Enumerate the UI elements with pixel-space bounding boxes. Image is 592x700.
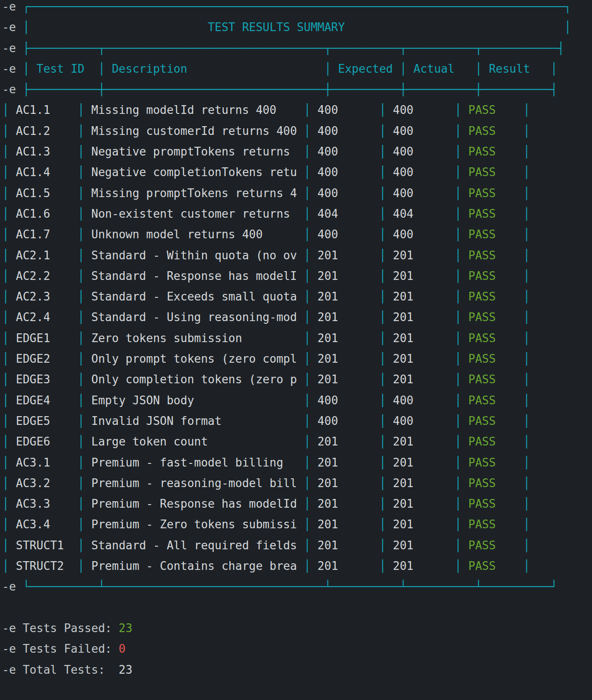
column-separator: │ bbox=[448, 103, 469, 117]
column-separator: │ bbox=[297, 539, 317, 552]
column-separator: │ bbox=[71, 373, 92, 386]
cell-test-id: AC3.1 bbox=[16, 456, 70, 469]
cell-expected: 201 bbox=[317, 373, 372, 386]
cell-expected: 201 bbox=[317, 290, 372, 303]
table-row: │ AC1.2 │ Missing customerId returns 400… bbox=[2, 121, 592, 141]
cell-test-id: AC3.3 bbox=[16, 497, 70, 510]
cell-result: PASS bbox=[469, 187, 523, 200]
column-separator: │ bbox=[448, 187, 469, 200]
table-row: │ AC2.1 │ Standard - Within quota (no ov… bbox=[2, 245, 592, 266]
column-separator: │ bbox=[523, 497, 530, 510]
column-separator: │ bbox=[297, 394, 317, 407]
column-separator: │ bbox=[448, 228, 469, 241]
cell-actual: 201 bbox=[393, 456, 448, 469]
cell-actual: 201 bbox=[393, 332, 448, 345]
cell-actual: 404 bbox=[393, 207, 448, 220]
cell-test-id: EDGE4 bbox=[16, 394, 70, 407]
echo-flag-artifact: -e bbox=[2, 21, 23, 34]
cell-test-id: AC1.7 bbox=[16, 228, 70, 241]
column-separator: │ bbox=[448, 497, 469, 510]
cell-result: PASS bbox=[469, 497, 523, 510]
column-separator: │ bbox=[372, 269, 393, 283]
column-separator: │ bbox=[372, 228, 393, 241]
summary-tests-passed: -e Tests Passed: 23 bbox=[2, 618, 592, 639]
column-separator: │ bbox=[372, 166, 393, 179]
column-separator: │ bbox=[372, 311, 393, 324]
column-separator: │ bbox=[2, 187, 16, 200]
column-separator: │ bbox=[71, 435, 92, 448]
cell-expected: 201 bbox=[317, 249, 372, 262]
column-separator: │ bbox=[297, 518, 317, 531]
column-separator: │ bbox=[448, 290, 469, 303]
cell-expected: 404 bbox=[317, 207, 372, 220]
column-separator: │ bbox=[448, 249, 469, 262]
cell-description: Missing modelId returns 400 bbox=[92, 103, 297, 117]
cell-result: PASS bbox=[469, 394, 523, 407]
column-separator: │ bbox=[448, 332, 469, 345]
terminal-screen[interactable]: -e ┌────────────────────────────────────… bbox=[0, 0, 592, 680]
column-separator: │ bbox=[523, 249, 530, 262]
cell-actual: 201 bbox=[393, 373, 448, 386]
cell-actual: 400 bbox=[393, 228, 448, 241]
cell-actual: 201 bbox=[393, 497, 448, 510]
column-separator: │ bbox=[372, 394, 393, 407]
column-separator: │ bbox=[448, 166, 469, 179]
cell-expected: 400 bbox=[317, 124, 372, 138]
table-row: │ AC2.2 │ Standard - Response has modelI… bbox=[2, 266, 592, 286]
column-separator: │ bbox=[71, 311, 92, 324]
column-separator: │ bbox=[448, 269, 469, 283]
summary-total-tests: -e Total Tests: 23 bbox=[2, 660, 592, 680]
column-separator: │ bbox=[2, 166, 16, 179]
cell-expected: 201 bbox=[317, 497, 372, 510]
cell-result: PASS bbox=[469, 290, 523, 303]
column-separator: │ bbox=[297, 249, 317, 262]
cell-description: Non-existent customer returns bbox=[92, 207, 297, 220]
cell-result: PASS bbox=[469, 373, 523, 386]
header-top-border-line: -e ├──────────┬─────────────────────────… bbox=[2, 38, 592, 59]
cell-description: Standard - Response has modelI bbox=[92, 269, 297, 283]
table-row: │ EDGE1 │ Zero tokens submission │ 201 │… bbox=[2, 328, 592, 349]
cell-actual: 201 bbox=[393, 539, 448, 552]
table-row: │ EDGE3 │ Only completion tokens (zero p… bbox=[2, 369, 592, 390]
table-row: │ AC1.3 │ Negative promptTokens returns … bbox=[2, 141, 592, 162]
column-separator: │ bbox=[448, 518, 469, 531]
column-separator: │ bbox=[523, 352, 530, 365]
cell-expected: 400 bbox=[317, 103, 372, 117]
cell-actual: 201 bbox=[393, 311, 448, 324]
cell-description: Invalid JSON format bbox=[92, 414, 297, 428]
column-separator: │ bbox=[297, 332, 317, 345]
column-separator: │ bbox=[297, 352, 317, 365]
column-separator: │ bbox=[71, 187, 92, 200]
cell-test-id: AC2.1 bbox=[16, 249, 70, 262]
cell-expected: 400 bbox=[317, 187, 372, 200]
column-separator: │ bbox=[71, 290, 92, 303]
cell-description: Only prompt tokens (zero compl bbox=[92, 352, 297, 365]
column-separator: │ bbox=[2, 145, 16, 158]
column-separator: │ bbox=[448, 145, 469, 158]
cell-expected: 400 bbox=[317, 228, 372, 241]
cell-result: PASS bbox=[469, 352, 523, 365]
cell-expected: 400 bbox=[317, 166, 372, 179]
table-row: │ AC3.4 │ Premium - Zero tokens submissi… bbox=[2, 514, 592, 535]
cell-test-id: AC1.2 bbox=[16, 124, 70, 138]
cell-expected: 400 bbox=[317, 394, 372, 407]
column-separator: │ bbox=[523, 539, 530, 552]
cell-result: PASS bbox=[469, 207, 523, 220]
cell-test-id: AC3.4 bbox=[16, 518, 70, 531]
tests-failed-value: 0 bbox=[119, 642, 126, 655]
column-separator: │ bbox=[2, 124, 16, 138]
table-bottom-border-line: -e └──────────┴─────────────────────────… bbox=[2, 576, 592, 597]
table-row: │ AC1.7 │ Unknown model returns 400 │ 40… bbox=[2, 224, 592, 245]
column-separator: │ bbox=[2, 373, 16, 386]
cell-actual: 201 bbox=[393, 352, 448, 365]
column-separator: │ bbox=[448, 394, 469, 407]
column-separator: │ bbox=[523, 332, 530, 345]
cell-description: Negative completionTokens retu bbox=[92, 166, 297, 179]
cell-expected: 400 bbox=[317, 145, 372, 158]
column-separator: │ bbox=[2, 249, 16, 262]
total-tests-value: 23 bbox=[119, 663, 132, 676]
column-separator: │ bbox=[372, 373, 393, 386]
column-separator: │ bbox=[297, 414, 317, 428]
summary-box-title: │ TEST RESULTS SUMMARY │ bbox=[23, 21, 571, 34]
table-row: │ AC1.1 │ Missing modelId returns 400 │ … bbox=[2, 100, 592, 120]
